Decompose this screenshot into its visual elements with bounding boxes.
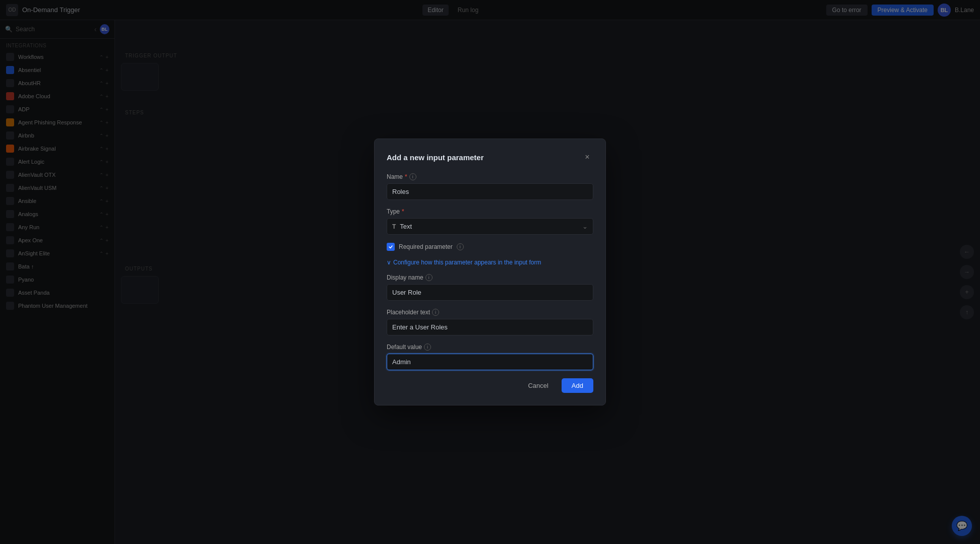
- default-value-label: Default value i: [387, 344, 593, 351]
- type-label: Type *: [387, 208, 593, 215]
- chevron-down-small-icon: ∨: [387, 259, 391, 266]
- placeholder-text-group: Placeholder text i: [387, 309, 593, 335]
- default-value-input[interactable]: [387, 354, 593, 370]
- name-input[interactable]: [387, 183, 593, 200]
- cancel-button[interactable]: Cancel: [520, 378, 556, 393]
- placeholder-text-info-icon[interactable]: i: [432, 309, 439, 316]
- placeholder-text-input[interactable]: [387, 319, 593, 335]
- name-field-group: Name * i: [387, 173, 593, 200]
- type-field-group: Type * T Text ⌄: [387, 208, 593, 235]
- required-info-icon[interactable]: i: [457, 243, 464, 250]
- add-input-parameter-dialog: Add a new input parameter × Name * i Typ…: [374, 139, 606, 405]
- close-button[interactable]: ×: [581, 151, 593, 163]
- name-label: Name * i: [387, 173, 593, 180]
- dialog-footer: Cancel Add: [387, 378, 593, 393]
- name-info-icon[interactable]: i: [409, 173, 416, 180]
- required-parameter-row: Required parameter i: [387, 243, 593, 251]
- display-name-label: Display name i: [387, 274, 593, 281]
- display-name-input[interactable]: [387, 284, 593, 301]
- default-value-group: Default value i: [387, 344, 593, 370]
- type-text-icon: T: [392, 223, 396, 230]
- chevron-down-icon: ⌄: [582, 223, 588, 230]
- display-name-group: Display name i: [387, 274, 593, 301]
- required-checkbox-label: Required parameter: [399, 243, 453, 250]
- type-select[interactable]: T Text ⌄: [387, 218, 593, 235]
- add-button[interactable]: Add: [562, 378, 593, 393]
- dialog-title: Add a new input parameter: [387, 153, 484, 162]
- placeholder-text-label: Placeholder text i: [387, 309, 593, 316]
- default-value-info-icon[interactable]: i: [424, 344, 431, 351]
- dialog-header: Add a new input parameter ×: [387, 151, 593, 163]
- display-name-info-icon[interactable]: i: [425, 274, 433, 281]
- required-checkbox[interactable]: [387, 243, 395, 251]
- configure-link[interactable]: ∨ Configure how this parameter appears i…: [387, 259, 593, 266]
